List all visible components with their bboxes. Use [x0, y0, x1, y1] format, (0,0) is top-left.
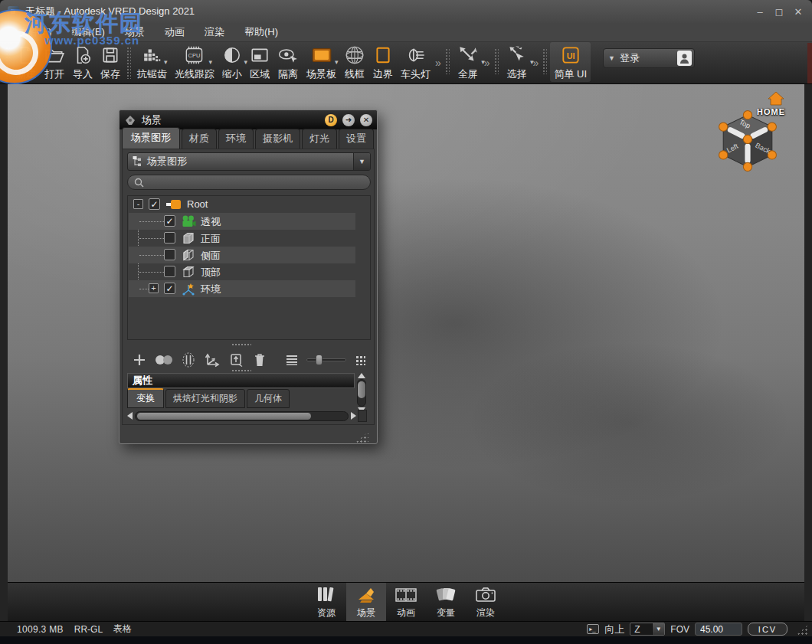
chevron-down-icon[interactable]: ▼	[652, 623, 664, 635]
toolbar-extension-chevron[interactable]: »	[533, 48, 550, 77]
dock-button[interactable]: D	[325, 114, 337, 126]
visibility-checkbox[interactable]	[164, 249, 175, 260]
tab-bake-light-shadow[interactable]: 烘焙灯光和阴影	[165, 389, 245, 408]
dock-assets[interactable]: 资源	[306, 583, 346, 621]
graph-type-select[interactable]: 场景图形 ▼	[127, 152, 371, 171]
delete-button[interactable]	[253, 352, 267, 368]
downscale-button[interactable]: 缩小	[218, 42, 246, 82]
status-bar: 1009.3 MB RR-GL 表格 ▸_ 向上 Z ▼ FOV ICV	[0, 621, 812, 636]
search-box[interactable]	[127, 175, 371, 190]
tab-light[interactable]: 灯光	[302, 129, 337, 149]
dock-variants[interactable]: 变量	[426, 583, 466, 621]
visibility-checkbox[interactable]	[164, 232, 175, 244]
tree-toolbar	[127, 349, 371, 370]
dock-animation[interactable]: 动画	[386, 583, 426, 621]
save-button[interactable]: 保存	[97, 42, 124, 82]
tree-row-environment[interactable]: + 环境	[129, 280, 355, 297]
fullscreen-button[interactable]: 全屏	[453, 42, 483, 82]
renderer-label: RR-GL	[74, 624, 103, 635]
scene-panel-tabs: 场景图形 材质 环境 摄影机 灯光 设置	[122, 130, 375, 149]
scrollbar-thumb[interactable]	[358, 381, 365, 398]
scrollbar-thumb[interactable]	[137, 413, 311, 420]
menu-animation[interactable]: 动画	[155, 23, 195, 41]
select-cursor-icon	[506, 44, 529, 67]
icv-button[interactable]: ICV	[748, 623, 787, 636]
splitter-handle[interactable]	[231, 369, 251, 372]
paste-button[interactable]	[229, 352, 244, 368]
collapse-icon[interactable]: -	[133, 199, 143, 209]
tab-camera[interactable]: 摄影机	[255, 129, 300, 149]
mirror-button[interactable]	[182, 352, 195, 368]
watermark-site-url: www.pc0359.cn	[44, 34, 139, 47]
view-cube[interactable]: HOME Top Left Back	[712, 90, 812, 175]
panel-close-button[interactable]: ✕	[360, 114, 372, 126]
fov-input[interactable]	[695, 623, 742, 636]
up-axis-select[interactable]: Z ▼	[630, 623, 665, 636]
isolate-button[interactable]: 隔离	[273, 42, 303, 82]
tab-environment[interactable]: 环境	[218, 129, 254, 149]
import-button[interactable]: 导入	[69, 42, 97, 82]
transform-button[interactable]	[204, 352, 221, 368]
svg-text:CPU: CPU	[188, 52, 201, 59]
tab-geometry[interactable]: 几何体	[247, 389, 290, 408]
toolbar-drag-handle[interactable]	[126, 47, 131, 79]
grid-view-button[interactable]	[355, 355, 365, 365]
scene-panel-title: 场景	[142, 113, 162, 127]
visibility-checkbox[interactable]	[149, 198, 160, 210]
console-icon[interactable]: ▸_	[587, 624, 599, 634]
splitter-handle[interactable]	[231, 343, 251, 346]
select-button[interactable]: 选择	[502, 42, 532, 82]
list-view-button[interactable]	[286, 355, 298, 365]
expand-icon[interactable]: +	[149, 283, 159, 293]
panel-resize-grip[interactable]	[355, 432, 368, 443]
scroll-left-icon[interactable]	[127, 412, 133, 420]
minimize-button[interactable]: –	[754, 6, 766, 18]
raytracing-button[interactable]: CPU 光线跟踪	[171, 42, 218, 82]
region-button[interactable]: 区域	[246, 42, 273, 82]
dock-scene[interactable]: 场景	[346, 583, 386, 621]
filmstrip-icon	[394, 584, 418, 606]
properties-tabs: 变换 烘焙灯光和阴影 几何体	[127, 391, 290, 408]
dock-render[interactable]: 渲染	[466, 583, 506, 621]
tree-row-front[interactable]: 正面	[129, 230, 355, 247]
tab-settings[interactable]: 设置	[339, 129, 374, 149]
visibility-checkbox[interactable]	[164, 215, 175, 227]
duplicate-button[interactable]	[155, 355, 173, 365]
chevron-down-icon[interactable]: ▼	[353, 153, 370, 170]
visibility-checkbox[interactable]	[164, 283, 175, 294]
sceneplate-button[interactable]: 场景板	[303, 42, 340, 82]
tree-row-perspective[interactable]: 透视	[129, 213, 355, 230]
menu-help[interactable]: 帮助(H)	[234, 23, 288, 41]
close-button[interactable]: ✕	[792, 6, 804, 18]
menu-render[interactable]: 渲染	[195, 23, 234, 41]
cube-icon	[181, 231, 196, 245]
toolbar-extension-chevron[interactable]: »	[484, 48, 501, 77]
undock-arrow-button[interactable]: ➜	[342, 114, 355, 126]
login-dropdown[interactable]: ▼ 登录	[603, 48, 695, 68]
tab-scenegraph[interactable]: 场景图形	[122, 127, 180, 149]
vertical-scrollbar[interactable]	[356, 373, 367, 413]
search-input[interactable]	[148, 177, 364, 188]
wireframe-button[interactable]: 线框	[340, 42, 369, 82]
add-node-button[interactable]	[133, 353, 146, 367]
ui-icon: UI	[560, 44, 581, 67]
window-border-left	[0, 84, 8, 636]
tree-row-top[interactable]: 顶部	[129, 263, 355, 280]
tab-material[interactable]: 材质	[182, 129, 217, 149]
simple-ui-button[interactable]: UI 简单 UI	[550, 42, 591, 82]
visibility-checkbox[interactable]	[164, 266, 175, 277]
scroll-right-icon[interactable]	[351, 412, 356, 420]
antialiasing-button[interactable]: 抗锯齿	[133, 42, 171, 82]
boundary-button[interactable]: 边界	[369, 42, 397, 82]
toolbar-extension-chevron[interactable]: »	[435, 48, 452, 77]
maximize-button[interactable]: ◻	[773, 6, 785, 18]
tree-row-root[interactable]: - Root	[129, 196, 355, 213]
horizontal-scrollbar[interactable]	[127, 410, 356, 422]
icon-size-slider[interactable]	[306, 355, 346, 365]
home-icon[interactable]	[768, 92, 784, 106]
view-cube-body[interactable]: Top Left Back	[717, 110, 778, 172]
tree-row-side[interactable]: 侧面	[129, 247, 355, 263]
headlight-button[interactable]: 车头灯	[397, 42, 434, 82]
scroll-up-icon[interactable]	[358, 373, 365, 378]
tab-transform[interactable]: 变换	[127, 388, 164, 408]
